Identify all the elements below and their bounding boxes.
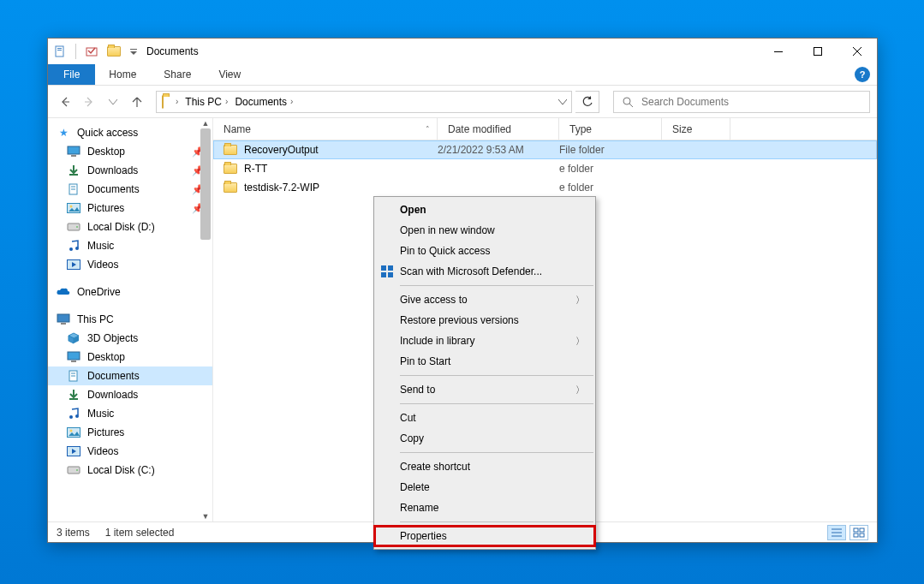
breadcrumb-root[interactable]: › <box>169 92 182 112</box>
title-folder-icon <box>107 45 121 58</box>
thispc-item[interactable]: Music <box>48 404 212 423</box>
tab-home[interactable]: Home <box>95 64 150 85</box>
quick-access-item[interactable]: Documents📌 <box>48 180 212 199</box>
address-bar[interactable]: › This PC› Documents› <box>156 91 572 113</box>
context-item-label: Send to <box>400 384 435 396</box>
context-delete[interactable]: Delete <box>374 477 595 498</box>
svg-point-33 <box>75 414 79 418</box>
column-type[interactable]: Type <box>559 118 662 140</box>
thispc-item[interactable]: Documents <box>48 366 212 385</box>
svg-rect-4 <box>130 49 137 50</box>
back-button[interactable] <box>55 92 75 112</box>
context-cut[interactable]: Cut <box>374 408 595 428</box>
context-separator <box>400 375 593 376</box>
thispc-item[interactable]: 3D Objects <box>48 329 212 348</box>
quick-access-item[interactable]: Downloads📌 <box>48 161 212 180</box>
svg-rect-25 <box>61 323 66 325</box>
close-button[interactable] <box>838 39 877 64</box>
breadcrumb-current[interactable]: Documents› <box>231 92 296 112</box>
file-type: File folder <box>559 144 662 156</box>
search-input[interactable] <box>641 96 862 108</box>
search-box[interactable] <box>613 91 870 113</box>
properties-qat-icon[interactable] <box>53 45 67 58</box>
quick-access-label: Pictures <box>87 202 124 214</box>
file-type: e folder <box>559 163 662 175</box>
context-rename[interactable]: Rename <box>374 498 595 518</box>
file-name: testdisk-7.2-WIP <box>244 182 319 194</box>
quick-access-item[interactable]: Videos <box>48 255 212 274</box>
context-copy[interactable]: Copy <box>374 428 595 449</box>
navpane-thispc[interactable]: This PC <box>48 310 212 329</box>
new-folder-qat-icon[interactable] <box>85 45 98 58</box>
context-give-access-to[interactable]: Give access to〉 <box>374 289 595 310</box>
help-icon[interactable]: ? <box>855 67 870 82</box>
context-separator <box>400 521 593 522</box>
view-details-button[interactable] <box>827 525 846 540</box>
tab-share[interactable]: Share <box>150 64 205 85</box>
video-icon <box>67 258 80 271</box>
quick-access-item[interactable]: Music <box>48 236 212 255</box>
context-create-shortcut[interactable]: Create shortcut <box>374 456 595 477</box>
recent-locations-button[interactable] <box>103 92 123 112</box>
quick-access-label: Desktop <box>87 146 125 158</box>
navigation-bar: › This PC› Documents› <box>48 86 877 118</box>
svg-rect-5 <box>774 51 783 52</box>
context-pin-to-start[interactable]: Pin to Start <box>374 351 595 372</box>
scroll-thumb[interactable] <box>200 128 211 240</box>
navpane-quick-access[interactable]: ★ Quick access <box>48 123 212 142</box>
thispc-item-label: Music <box>87 408 114 420</box>
context-item-label: Pin to Start <box>400 355 450 367</box>
context-send-to[interactable]: Send to〉 <box>374 379 595 400</box>
thispc-item-label: Pictures <box>87 426 124 438</box>
column-date[interactable]: Date modified <box>438 118 559 140</box>
view-large-icons-button[interactable] <box>849 525 868 540</box>
music-icon <box>67 407 80 420</box>
svg-rect-1 <box>57 48 62 49</box>
status-selection: 1 item selected <box>105 527 175 539</box>
file-row[interactable]: testdisk-7.2-WIPe folder <box>213 178 877 197</box>
tab-file[interactable]: File <box>48 64 95 85</box>
thispc-item[interactable]: Local Disk (C:) <box>48 461 212 480</box>
breadcrumb-thispc-label: This PC <box>185 96 222 108</box>
file-row[interactable]: RecoveryOutput2/21/2022 9:53 AMFile fold… <box>213 140 877 159</box>
thispc-item[interactable]: Videos <box>48 442 212 461</box>
context-open-in-new-window[interactable]: Open in new window <box>374 220 595 241</box>
context-item-label: Delete <box>400 481 430 493</box>
refresh-button[interactable] <box>575 91 599 113</box>
column-size[interactable]: Size <box>662 118 730 140</box>
quick-access-item[interactable]: Local Disk (D:) <box>48 218 212 236</box>
qat-dropdown-icon[interactable] <box>129 45 138 58</box>
scroll-down-icon[interactable]: ▼ <box>199 511 212 521</box>
thispc-item[interactable]: Desktop <box>48 348 212 366</box>
up-button[interactable] <box>127 92 147 112</box>
minimize-button[interactable] <box>759 39 798 64</box>
context-properties[interactable]: Properties <box>374 526 595 546</box>
context-open[interactable]: Open <box>374 200 595 220</box>
breadcrumb-thispc[interactable]: This PC› <box>182 92 231 112</box>
context-item-label: Properties <box>400 530 447 542</box>
star-icon: ★ <box>57 126 70 140</box>
navpane-thispc-label: This PC <box>77 313 114 325</box>
context-restore-previous-versions[interactable]: Restore previous versions <box>374 310 595 331</box>
navpane-onedrive[interactable]: OneDrive <box>48 283 212 301</box>
thispc-item[interactable]: Pictures <box>48 423 212 442</box>
thispc-item-label: Local Disk (C:) <box>87 464 155 476</box>
maximize-button[interactable] <box>798 39 838 64</box>
thispc-item-label: Videos <box>87 445 118 457</box>
context-item-label: Give access to <box>400 294 468 306</box>
docs-icon <box>67 369 80 383</box>
quick-access-item[interactable]: Desktop📌 <box>48 142 212 161</box>
context-include-in-library[interactable]: Include in library〉 <box>374 331 595 351</box>
thispc-item[interactable]: Downloads <box>48 385 212 404</box>
forward-button[interactable] <box>79 92 99 112</box>
column-name[interactable]: Name˄ <box>213 118 438 140</box>
scroll-up-icon[interactable]: ▲ <box>199 118 212 128</box>
quick-access-item[interactable]: Pictures📌 <box>48 199 212 218</box>
folder-icon <box>224 143 237 157</box>
tab-view[interactable]: View <box>205 64 254 85</box>
address-dropdown-icon[interactable] <box>552 98 571 106</box>
navpane-scrollbar[interactable]: ▲ ▼ <box>199 118 212 521</box>
context-pin-to-quick-access[interactable]: Pin to Quick access <box>374 241 595 261</box>
context-scan-with-microsoft-defender[interactable]: Scan with Microsoft Defender... <box>374 261 595 282</box>
file-row[interactable]: R-TTe folder <box>213 159 877 178</box>
